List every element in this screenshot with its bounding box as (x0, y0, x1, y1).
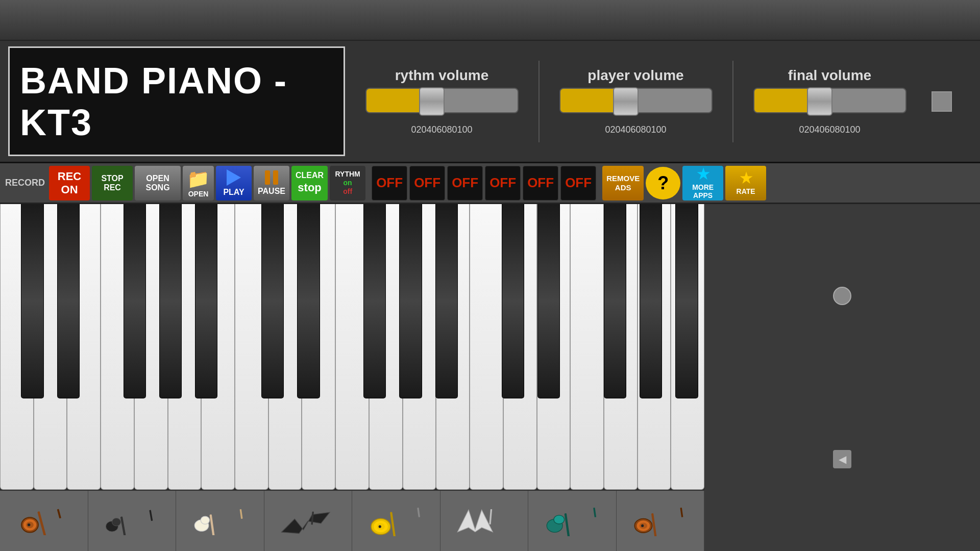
remove-ads-button[interactable]: REMOVE ADS (602, 166, 644, 201)
right-side-panel: ◀ (704, 204, 980, 551)
pause-bars-icon (265, 170, 278, 185)
guitar-8-vintage-sunburst[interactable] (617, 491, 705, 551)
svg-rect-3 (37, 511, 46, 535)
final-volume-label: final volume (788, 67, 871, 84)
stop-indicator: stop (296, 180, 323, 195)
black-key-13[interactable] (604, 204, 626, 398)
black-key-12[interactable] (537, 204, 560, 398)
svg-point-25 (554, 515, 565, 524)
rec-on-label2: ON (61, 183, 78, 196)
final-slider-thumb[interactable] (807, 87, 832, 116)
stop-rec-button[interactable]: STOP REC (92, 166, 133, 201)
player-volume-group: player volume 0 20 40 60 80 100 (559, 67, 713, 135)
final-slider-track (753, 88, 906, 113)
svg-rect-20 (417, 508, 420, 517)
guitar-7-icon (542, 506, 603, 536)
rythm-slider-track (365, 88, 519, 113)
svg-rect-8 (120, 516, 127, 535)
open-label: OPEN (188, 190, 209, 198)
black-key-14[interactable] (640, 204, 662, 398)
rythm-label: RYTHM (335, 170, 360, 179)
guitar-6-icon (453, 506, 514, 536)
right-circle-button[interactable] (833, 287, 851, 305)
black-key-8[interactable] (363, 204, 386, 398)
guitar-1-icon (16, 507, 72, 535)
final-volume-group: final volume 0 20 40 60 80 100 (753, 67, 906, 135)
app-title: BAND PIANO - KT3 (20, 60, 344, 143)
black-key-9[interactable] (399, 204, 422, 398)
help-button[interactable]: ? (646, 167, 680, 199)
remove-ads-label2: ADS (615, 183, 631, 192)
final-volume-slider[interactable] (753, 88, 906, 118)
svg-rect-23 (489, 509, 492, 524)
more-apps-button[interactable]: ★ MORE APPS (682, 166, 723, 201)
black-key-7[interactable] (297, 204, 320, 398)
black-key-2[interactable] (57, 204, 80, 398)
open-song-label: OPEN (146, 174, 169, 183)
player-slider-track (559, 88, 713, 113)
off-button-5[interactable]: OFF (523, 166, 558, 201)
rythm-on: on (344, 179, 352, 187)
piano-and-guitar: .bk { position:absolute; background:line… (0, 204, 704, 551)
controls-bar: RECORD REC ON STOP REC OPEN SONG 📁 OPEN … (0, 163, 980, 204)
guitar-7-teal-electric[interactable] (528, 491, 617, 551)
svg-rect-12 (209, 514, 215, 535)
help-icon: ? (657, 172, 669, 194)
play-label: PLAY (223, 188, 244, 197)
off-button-2[interactable]: OFF (409, 166, 445, 201)
black-key-5[interactable] (195, 204, 217, 398)
rythm-slider-thumb[interactable] (419, 87, 445, 116)
black-key-11[interactable] (502, 204, 524, 398)
open-button[interactable]: 📁 OPEN (183, 166, 214, 201)
guitar-selection-row (0, 490, 704, 551)
rythm-button[interactable]: RYTHM on off (330, 166, 365, 201)
rythm-off: off (343, 187, 352, 196)
player-slider-thumb[interactable] (613, 87, 639, 116)
guitar-1-sunburst[interactable] (0, 491, 88, 551)
rythm-volume-slider[interactable] (365, 88, 519, 118)
guitar-6-flying-v[interactable] (440, 491, 529, 551)
guitar-5-yellow-les-paul[interactable] (352, 491, 440, 551)
black-key-1[interactable] (21, 204, 43, 398)
black-key-15[interactable] (675, 204, 698, 398)
small-square-button[interactable] (932, 91, 952, 112)
off-button-6[interactable]: OFF (560, 166, 596, 201)
guitar-3-cream-strat[interactable] (176, 491, 264, 551)
rythm-volume-group: rythm volume 0 20 40 60 80 100 (365, 67, 519, 135)
guitar-4-icon (277, 507, 338, 535)
clear-stop-button[interactable]: CLEAR stop (291, 166, 328, 201)
player-volume-slider[interactable] (559, 88, 713, 118)
svg-point-21 (378, 525, 381, 528)
black-key-10[interactable] (435, 204, 458, 398)
guitar-4-bc-rich[interactable] (264, 491, 353, 551)
off-buttons-group: OFF OFF OFF OFF OFF OFF (372, 166, 596, 201)
white-key-15[interactable] (470, 204, 503, 490)
piano-keyboard[interactable]: .bk { position:absolute; background:line… (0, 204, 704, 490)
final-slider-markers: 0 20 40 60 80 100 (797, 124, 862, 135)
rec-on-button[interactable]: REC ON (49, 166, 90, 201)
play-button[interactable]: PLAY (216, 166, 252, 201)
pause-button[interactable]: PAUSE (254, 166, 289, 201)
white-key-18[interactable] (570, 204, 604, 490)
rate-button[interactable]: ★ RATE (725, 166, 766, 201)
svg-point-7 (112, 518, 121, 525)
svg-point-11 (201, 516, 209, 524)
pause-bar-1 (265, 170, 270, 185)
off-button-3[interactable]: OFF (447, 166, 483, 201)
right-arrow-button[interactable]: ◀ (833, 450, 851, 468)
pause-bar-2 (273, 170, 278, 185)
black-key-6[interactable] (261, 204, 284, 398)
off-button-1[interactable]: OFF (372, 166, 407, 201)
off-button-4[interactable]: OFF (485, 166, 521, 201)
rythm-slider-markers: 0 20 40 60 80 100 (409, 124, 474, 135)
black-key-3[interactable] (124, 204, 146, 398)
player-slider-markers: 0 20 40 60 80 100 (603, 124, 668, 135)
piano-guitar-section: .bk { position:absolute; background:line… (0, 204, 980, 551)
svg-rect-27 (593, 508, 596, 517)
top-bar (0, 0, 980, 41)
black-key-4[interactable] (159, 204, 182, 398)
open-song-button[interactable]: OPEN SONG (135, 166, 181, 201)
guitar-2-black-bass[interactable] (88, 491, 177, 551)
left-arrow-icon: ◀ (839, 453, 846, 465)
volume-divider-1 (538, 61, 540, 142)
